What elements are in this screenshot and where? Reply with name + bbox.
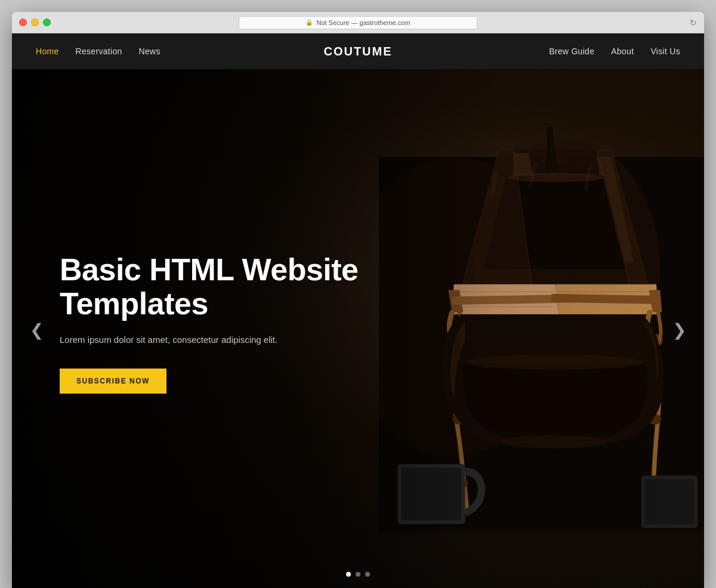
minimize-button[interactable] <box>31 18 39 26</box>
nav-right: Brew Guide About Visit Us <box>549 47 680 56</box>
nav-brew-guide[interactable]: Brew Guide <box>549 47 594 56</box>
website-content: Home Reservation News COUTUME Brew Guide… <box>12 33 704 588</box>
address-bar[interactable]: 🔒 Not Secure — gastrotheme.com <box>239 16 477 29</box>
navigation: Home Reservation News COUTUME Brew Guide… <box>12 33 704 69</box>
nav-home[interactable]: Home <box>36 47 59 56</box>
lock-icon: 🔒 <box>305 19 313 26</box>
nav-reservation[interactable]: Reservation <box>76 47 122 56</box>
site-logo[interactable]: COUTUME <box>323 45 392 58</box>
slider-next-button[interactable]: ❯ <box>666 316 692 345</box>
nav-left: Home Reservation News <box>36 47 161 56</box>
slider-dot-1[interactable] <box>346 572 351 577</box>
nav-visit-us[interactable]: Visit Us <box>650 47 680 56</box>
nav-logo-container: COUTUME <box>323 45 392 58</box>
title-bar: 🔒 Not Secure — gastrotheme.com ↻ <box>12 12 704 33</box>
close-button[interactable] <box>19 18 27 26</box>
slider-dot-2[interactable] <box>356 572 360 577</box>
slider-dots <box>346 572 370 577</box>
traffic-lights <box>19 18 51 26</box>
hero-title: Basic HTML Website Templates <box>60 252 370 320</box>
url-text: Not Secure — gastrotheme.com <box>316 19 410 26</box>
reload-button[interactable]: ↻ <box>690 18 697 27</box>
subscribe-button[interactable]: SUBSCRIBE NOW <box>60 369 166 394</box>
hero-section: Basic HTML Website Templates Lorem ipsum… <box>12 69 704 588</box>
hero-subtitle: Lorem ipsum dolor sit amet, consectetur … <box>60 333 370 347</box>
maximize-button[interactable] <box>43 18 51 26</box>
nav-news[interactable]: News <box>139 47 161 56</box>
slider-dot-3[interactable] <box>365 572 370 577</box>
browser-window: 🔒 Not Secure — gastrotheme.com ↻ Home Re… <box>12 12 704 588</box>
slider-prev-button[interactable]: ❮ <box>24 316 50 345</box>
hero-content: Basic HTML Website Templates Lorem ipsum… <box>60 252 370 393</box>
nav-about[interactable]: About <box>611 47 634 56</box>
